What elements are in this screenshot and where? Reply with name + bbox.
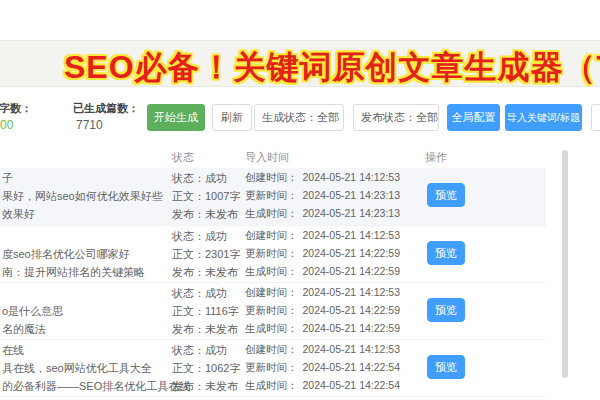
row-title-line: o是什么意思: [2, 304, 63, 319]
generate-status-select[interactable]: 生成状态：全部: [254, 104, 344, 131]
row-time-line: 生成时间：2024-05-21 14:22:59: [245, 322, 400, 336]
row-time-line: 生成时间：2024-05-21 14:22:54: [245, 379, 400, 393]
time-value: 2024-05-21 14:12:53: [303, 343, 401, 355]
time-value: 2024-05-21 14:22:54: [303, 361, 401, 373]
row-time-line: 更新时间：2024-05-21 14:22:59: [245, 304, 400, 318]
row-time-line: 更新时间：2024-05-21 14:22:54: [245, 361, 400, 375]
time-value: 2024-05-21 14:22:59: [303, 322, 401, 334]
preview-button[interactable]: 预览: [427, 355, 465, 379]
column-header-action: 操作: [425, 150, 447, 165]
time-label: 创建时间：: [245, 343, 298, 355]
time-label: 创建时间：: [245, 286, 298, 298]
top-whitespace-bar: [0, 0, 600, 41]
time-label: 更新时间：: [245, 247, 298, 259]
time-label: 更新时间：: [245, 189, 298, 201]
import-keywords-button[interactable]: 导入关键词/标题: [505, 104, 582, 131]
refresh-button[interactable]: 刷新: [212, 104, 252, 131]
column-header-status: 状态: [172, 150, 194, 165]
column-header-import-time: 导入时间: [245, 150, 289, 165]
time-value: 2024-05-21 14:23:13: [303, 189, 401, 201]
row-title-line: 子: [2, 171, 13, 186]
row-status-line: 发布：未发布: [172, 265, 238, 280]
row-status-line: 发布：未发布: [172, 207, 238, 222]
time-value: 2024-05-21 14:12:53: [303, 229, 401, 241]
row-status-line: 正文：2301字: [172, 247, 240, 262]
overlay-title: SEO必备！关键词原创文章生成器（TD: [64, 46, 600, 90]
row-time-line: 创建时间：2024-05-21 14:12:53: [245, 229, 400, 243]
row-status-line: 状态：成功: [172, 171, 227, 186]
words-count-value: 00: [0, 118, 13, 132]
table-row: 子果好，网站seo如何优化效果好些效果好状态：成功正文：1007字发布：未发布创…: [0, 168, 546, 225]
row-status-line: 发布：未发布: [172, 322, 238, 337]
row-time-line: 更新时间：2024-05-21 14:22:59: [245, 247, 400, 261]
time-label: 创建时间：: [245, 229, 298, 241]
row-time-line: 生成时间：2024-05-21 14:22:59: [245, 265, 400, 279]
time-label: 生成时间：: [245, 379, 298, 391]
row-title-line: 的必备利器——SEO排名优化工具在线: [2, 379, 190, 394]
time-value: 2024-05-21 14:12:53: [303, 286, 401, 298]
row-title-line: 度seo排名优化公司哪家好: [2, 247, 130, 262]
table-row: 状态：成功创建时间：2024-05-21 14:12:53: [0, 396, 546, 400]
row-status-line: 状态：成功: [172, 286, 227, 301]
row-status-line: 正文：1116字: [172, 304, 239, 319]
time-label: 创建时间：: [245, 171, 298, 183]
time-label: 更新时间：: [245, 304, 298, 316]
preview-button[interactable]: 预览: [427, 241, 465, 265]
time-value: 2024-05-21 14:22:54: [303, 379, 401, 391]
row-time-line: 创建时间：2024-05-21 14:12:53: [245, 286, 400, 300]
time-label: 生成时间：: [245, 207, 298, 219]
row-status-line: 正文：1062字: [172, 361, 240, 376]
generated-count-value: 7710: [76, 118, 103, 132]
row-title-line: 名的魔法: [2, 322, 46, 337]
row-status-line: 状态：成功: [172, 343, 227, 358]
words-count-label: 用字数：: [0, 101, 32, 116]
time-label: 生成时间：: [245, 322, 298, 334]
row-title-line: 在线: [2, 343, 24, 358]
table-row: 在线具在线，seo网站优化工具大全的必备利器——SEO排名优化工具在线状态：成功…: [0, 339, 546, 396]
row-title-line: 具在线，seo网站优化工具大全: [2, 361, 152, 376]
time-value: 2024-05-21 14:12:53: [303, 171, 401, 183]
row-title-line: 果好，网站seo如何优化效果好些: [2, 189, 163, 204]
table-body: 子果好，网站seo如何优化效果好些效果好状态：成功正文：1007字发布：未发布创…: [0, 168, 600, 400]
time-value: 2024-05-21 14:22:59: [303, 265, 401, 277]
row-time-line: 生成时间：2024-05-21 14:23:13: [245, 207, 400, 221]
generated-count-label: 已生成篇数：: [73, 101, 139, 116]
clipped-right-button[interactable]: 导: [591, 104, 600, 131]
row-time-line: 更新时间：2024-05-21 14:23:13: [245, 189, 400, 203]
row-status-line: 正文：1007字: [172, 189, 240, 204]
time-value: 2024-05-21 14:22:59: [303, 304, 401, 316]
time-value: 2024-05-21 14:23:13: [303, 207, 401, 219]
time-value: 2024-05-21 14:22:59: [303, 247, 401, 259]
row-time-line: 创建时间：2024-05-21 14:12:53: [245, 343, 400, 357]
global-config-button[interactable]: 全局配置: [447, 104, 500, 131]
start-generate-button[interactable]: 开始生成: [147, 104, 205, 131]
table-row: 度seo排名优化公司哪家好南：提升网站排名的关键策略状态：成功正文：2301字发…: [0, 225, 546, 282]
publish-status-select[interactable]: 发布状态：全部: [353, 104, 439, 131]
vertical-scrollbar[interactable]: [562, 150, 568, 378]
row-time-line: 创建时间：2024-05-21 14:12:53: [245, 171, 400, 185]
row-status-line: 发布：未发布: [172, 379, 238, 394]
table-row: o是什么意思名的魔法状态：成功正文：1116字发布：未发布创建时间：2024-0…: [0, 282, 546, 339]
row-status-line: 状态：成功: [172, 229, 227, 244]
app-window: SEO必备！关键词原创文章生成器（TD 用字数： 00 已生成篇数： 7710 …: [0, 0, 600, 400]
preview-button[interactable]: 预览: [427, 183, 465, 207]
row-title-line: 南：提升网站排名的关键策略: [2, 265, 145, 280]
time-label: 生成时间：: [245, 265, 298, 277]
row-title-line: 效果好: [2, 207, 35, 222]
preview-button[interactable]: 预览: [427, 298, 465, 322]
time-label: 更新时间：: [245, 361, 298, 373]
